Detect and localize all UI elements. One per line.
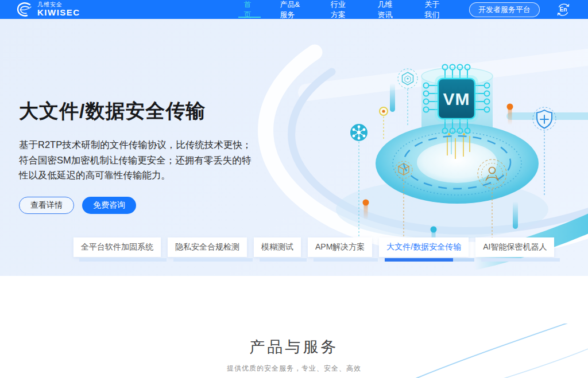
developer-platform-button[interactable]: 开发者服务平台 (469, 2, 540, 17)
shield-plus-icon (533, 107, 556, 130)
pin-accent-yellow-2 (463, 133, 465, 135)
language-switch-button[interactable]: En (555, 1, 572, 18)
nav-item-home[interactable]: 首页 (244, 0, 255, 19)
cylinder-glow (425, 136, 489, 150)
brand-logo[interactable]: 几维安全 KIWISEC (16, 2, 80, 18)
cylinder-body (421, 76, 493, 150)
data-stream-lines (447, 136, 470, 159)
disc-dashed-ring (404, 136, 510, 189)
nav-item-news[interactable]: 几维资讯 (377, 0, 399, 19)
vm-chip-label: VM (443, 89, 470, 108)
products-section: 产品与服务 提供优质的安全服务，专业、安全、高效 (0, 276, 588, 378)
chip-pins (424, 65, 490, 134)
hero-description: 基于R2TP技术研制的文件传输协议，比传统技术更快；符合国密SM加密机制让传输更… (19, 137, 260, 183)
free-consult-button[interactable]: 免费咨询 (82, 197, 136, 214)
tab-underline (260, 258, 307, 262)
cube-icon (395, 161, 412, 178)
vm-chip-icon: VM (436, 77, 477, 120)
hexagon-network-icon (398, 69, 417, 88)
target-dot-icon (380, 107, 388, 115)
product-tab-row: 全平台软件加固系统 隐私安全合规检测 模糊测试 APM解决方案 大文件/数据安全… (74, 237, 554, 262)
brand-name-en: KIWISEC (37, 8, 80, 17)
user-badge-icon (478, 159, 506, 188)
tab-label: APM解决方案 (308, 237, 372, 257)
nav-item-about-us[interactable]: 关于我们 (424, 0, 446, 19)
top-navbar: 几维安全 KIWISEC 首页 产品&服务 行业方案 几维资讯 关于我们 开发者… (0, 0, 588, 19)
pins-top (443, 65, 470, 79)
pins-right (475, 83, 490, 112)
tab-label: 模糊测试 (254, 237, 301, 257)
pin-accent-yellow-1 (448, 133, 450, 135)
cylinder-top (421, 68, 493, 85)
tab-label: 全平台软件加固系统 (74, 237, 161, 257)
pins-left (424, 83, 439, 112)
tab-secure-file-transfer[interactable]: 大文件/数据安全传输 (379, 237, 469, 262)
ground-ellipse (336, 180, 548, 239)
tab-privacy-compliance[interactable]: 隐私安全合规检测 (168, 237, 247, 262)
page: 几维安全 KIWISEC 首页 产品&服务 行业方案 几维资讯 关于我们 开发者… (0, 0, 588, 378)
orbit-band-inner (292, 72, 588, 231)
tab-underline (79, 258, 167, 262)
brand-name: 几维安全 KIWISEC (37, 2, 80, 17)
tab-underline (314, 258, 378, 262)
hero-buttons: 查看详情 免费咨询 (19, 197, 260, 214)
language-label: En (560, 6, 567, 13)
molecule-icon (350, 124, 368, 141)
tab-underline (173, 258, 253, 262)
tab-ai-security-robot[interactable]: AI智能保密机器人 (475, 237, 554, 262)
pins-bottom (443, 119, 470, 134)
orbit-band-outer (266, 52, 588, 250)
disc-outer (376, 123, 539, 204)
tab-underline (481, 258, 560, 262)
hero-section: VM (0, 19, 588, 276)
accent-dots (363, 104, 519, 247)
tab-apm-solution[interactable]: APM解决方案 (308, 237, 372, 262)
disc-inner (417, 142, 497, 183)
nav-item-industry-solutions[interactable]: 行业方案 (331, 0, 353, 19)
dashed-guides (359, 89, 544, 257)
tab-app-hardening[interactable]: 全平台软件加固系统 (74, 237, 161, 262)
kiwi-bird-icon (16, 2, 33, 18)
tab-label: AI智能保密机器人 (475, 237, 554, 257)
teal-bar-left (390, 83, 395, 112)
disc-dotted-ring (393, 132, 521, 195)
tab-label: 隐私安全合规检测 (168, 237, 247, 257)
cyan-horizontal-band (506, 112, 588, 120)
tab-underline (385, 258, 474, 262)
hero-title: 大文件/数据安全传输 (19, 98, 260, 124)
tab-label: 大文件/数据安全传输 (379, 237, 469, 257)
hero-copy: 大文件/数据安全传输 基于R2TP技术研制的文件传输协议，比传统技术更快；符合国… (19, 98, 260, 214)
tab-fuzz-testing[interactable]: 模糊测试 (254, 237, 301, 262)
light-diagonal-band (307, 56, 588, 92)
teal-bar-right (513, 201, 518, 229)
nav-item-products-services[interactable]: 产品&服务 (280, 0, 305, 19)
main-nav: 首页 产品&服务 行业方案 几维资讯 关于我们 (244, 0, 446, 19)
corner-arc-decoration (416, 324, 588, 378)
view-details-button[interactable]: 查看详情 (19, 197, 74, 214)
